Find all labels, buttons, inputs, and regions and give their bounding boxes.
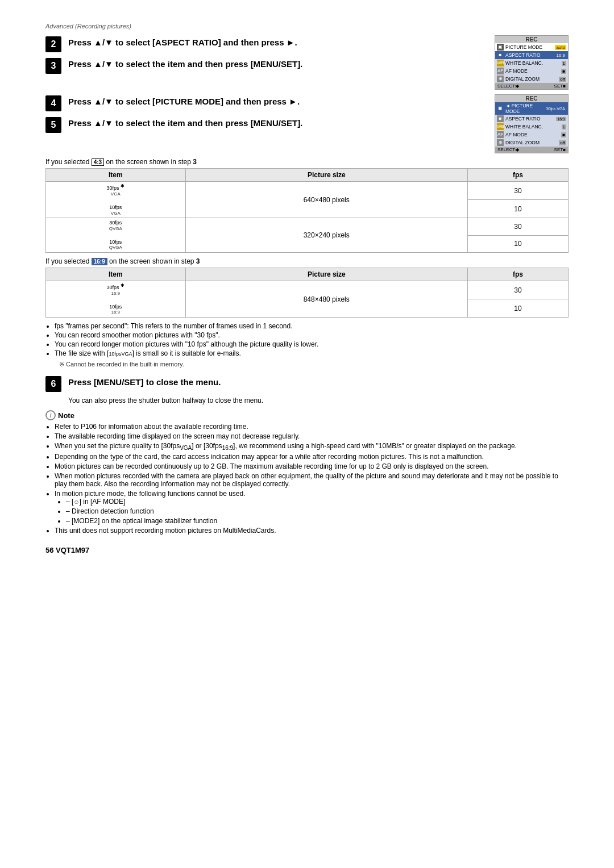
rec-menu-1: REC ▣ PICTURE MODE auto ■ ASPECT RATIO 1… <box>495 35 569 90</box>
step-4-number: 4 <box>45 95 61 111</box>
item-cell-vga: 30fps ✱VGA 10fpsVGA <box>46 182 186 218</box>
condition-16-9: If you selected 16:9 on the screen shown… <box>45 257 569 265</box>
note-item-8: This unit does not support recording mot… <box>55 527 569 535</box>
step-3-number: 3 <box>45 58 61 74</box>
note-list: Refer to P106 for information about the … <box>55 423 569 535</box>
step-6-subtext: You can also press the shutter button ha… <box>68 397 569 404</box>
bullet-2: You can record smoother motion pictures … <box>55 331 569 339</box>
wb-icon-2: WB <box>497 123 504 130</box>
rec-row-2-af-mode: AF AF MODE ■ <box>495 131 568 139</box>
step-4-text: Press ▲/▼ to select [PICTURE MODE] and t… <box>68 94 488 106</box>
fps-cell-30b: 30 <box>467 218 568 235</box>
rec-menu-2-header: REC <box>495 95 568 102</box>
rec-row-2-white-balance: WB WHITE BALANC. 1 <box>495 123 568 131</box>
col-header-item: Item <box>46 169 186 182</box>
note-label: Note <box>58 411 74 420</box>
rec-menu-2-footer: SELECT:◆ SET■ <box>495 147 568 153</box>
col-header-item-2: Item <box>46 268 186 281</box>
col-header-fps: fps <box>467 169 568 182</box>
note-item-2: The available recording time displayed o… <box>55 432 569 440</box>
note-item-5: Motion pictures can be recorded continuo… <box>55 462 569 470</box>
rec-row-2-aspect-ratio: ■ ASPECT RATIO 16:9 <box>495 115 568 123</box>
rec-menu-1-footer: SELECT:◆ SET■ <box>495 83 568 89</box>
table-row: 30fpsQVGA 10fpsQVGA 320×240 pixels 30 <box>46 218 569 235</box>
table-row: 30fps ✱16:9 10fps16:9 848×480 pixels 30 <box>46 281 569 299</box>
step-2-number: 2 <box>45 36 61 52</box>
camera-icon: ▣ <box>497 44 504 51</box>
af-icon-2: AF <box>497 131 504 138</box>
col-header-picture-size: Picture size <box>185 169 467 182</box>
ratio-43-badge: 4:3 <box>92 158 104 166</box>
bullet-1: fps "frames per second": This refers to … <box>55 322 569 330</box>
rec-menu-2: REC ▣ ◄ PICTURE MODE 30fps VGA ■ ASPECT … <box>495 94 569 153</box>
item-cell-169: 30fps ✱16:9 10fps16:9 <box>46 281 186 318</box>
bullet-list: fps "frames per second": This refers to … <box>55 322 569 357</box>
step-5-number: 5 <box>45 117 61 133</box>
col-header-picture-size-2: Picture size <box>185 268 467 281</box>
note-item-3: When you set the picture quality to [30f… <box>55 442 569 451</box>
rec-row-2-picture-mode: ▣ ◄ PICTURE MODE 30fps VGA <box>495 102 568 115</box>
item-cell-qvga: 30fpsQVGA 10fpsQVGA <box>46 218 186 253</box>
rec-row-af-mode: AF AF MODE ■ <box>495 67 568 75</box>
cannot-note: Cannot be recorded in the built-in memor… <box>59 361 569 368</box>
aspect-icon-2: ■ <box>497 115 504 122</box>
note-subitem-2: Direction detection function <box>66 507 569 515</box>
page-caption: Advanced (Recording pictures) <box>45 23 569 30</box>
step-2-text: Press ▲/▼ to select [ASPECT RATIO] and t… <box>68 35 488 47</box>
fps-cell-30c: 30 <box>467 281 568 299</box>
fps-cell-10: 10 <box>467 200 568 218</box>
note-icon: i <box>45 410 56 420</box>
size-cell-848: 848×480 pixels <box>185 281 467 318</box>
table-4-3: Item Picture size fps 30fps ✱VGA 10fpsVG… <box>45 168 569 253</box>
rec-row-picture-mode: ▣ PICTURE MODE auto <box>495 43 568 51</box>
rec-menu-1-header: REC <box>495 36 568 43</box>
size-cell-320: 320×240 pixels <box>185 218 467 253</box>
table-16-9: Item Picture size fps 30fps ✱16:9 10fps1… <box>45 268 569 318</box>
note-item-1: Refer to P106 for information about the … <box>55 423 569 431</box>
zoom-icon-2: ⊕ <box>497 139 504 146</box>
rec-row-white-balance: WB WHITE BALANC. 1 <box>495 59 568 67</box>
note-item-6: When motion pictures recorded with the c… <box>55 472 569 488</box>
note-subitem-1: [☺] in [AF MODE] <box>66 498 569 506</box>
note-item-7: In motion picture mode, the following fu… <box>55 490 569 525</box>
camera-icon-2: ▣ <box>497 105 504 112</box>
table-row: 30fps ✱VGA 10fpsVGA 640×480 pixels 30 <box>46 182 569 200</box>
rec-row-2-digital-zoom: ⊕ DIGITAL ZOOM off <box>495 139 568 147</box>
step-6-number: 6 <box>45 376 61 392</box>
bullet-4: The file size with [10fpsVGA] is small s… <box>55 349 569 357</box>
condition-4-3: If you selected 4:3 on the screen shown … <box>45 158 569 166</box>
rec-row-aspect-ratio: ■ ASPECT RATIO 16:9 <box>495 51 568 59</box>
ratio-169-badge: 16:9 <box>92 258 107 265</box>
note-sublist: [☺] in [AF MODE] Direction detection fun… <box>66 498 569 525</box>
step-3-text: Press ▲/▼ to select the item and then pr… <box>68 57 488 69</box>
step-5-text: Press ▲/▼ to select the item and then pr… <box>68 116 488 128</box>
size-cell-640: 640×480 pixels <box>185 182 467 218</box>
note-section: i Note Refer to P106 for information abo… <box>45 410 569 535</box>
col-header-fps-2: fps <box>467 268 568 281</box>
fps-cell-30: 30 <box>467 182 568 200</box>
page-footer: 56 VQT1M97 <box>45 546 569 554</box>
note-subitem-3: [MODE2] on the optical image stabilizer … <box>66 517 569 525</box>
rec-row-digital-zoom: ⊕ DIGITAL ZOOM off <box>495 75 568 83</box>
af-icon: AF <box>497 68 504 74</box>
aspect-icon: ■ <box>497 52 504 59</box>
bullet-3: You can record longer motion pictures wi… <box>55 340 569 348</box>
zoom-icon: ⊕ <box>497 76 504 82</box>
step-6-text: Press [MENU/SET] to close the menu. <box>68 375 569 387</box>
note-item-4: Depending on the type of the card, the c… <box>55 453 569 461</box>
fps-cell-10c: 10 <box>467 299 568 318</box>
fps-cell-10b: 10 <box>467 235 568 252</box>
wb-icon: WB <box>497 60 504 66</box>
